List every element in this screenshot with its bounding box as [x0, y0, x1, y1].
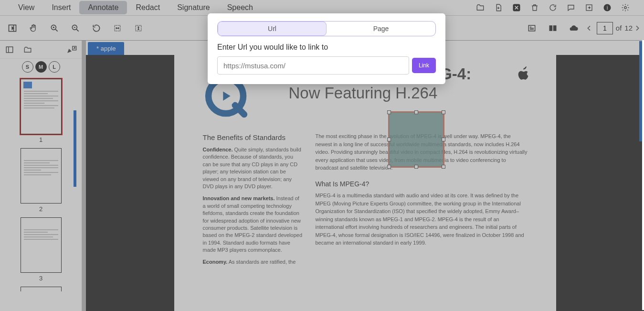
- para-lead: Confidence.: [203, 147, 233, 152]
- link-annotation-box[interactable]: [388, 111, 444, 168]
- resize-handle[interactable]: [442, 138, 445, 141]
- thumbnail-page-2[interactable]: [21, 148, 62, 204]
- menu-signature[interactable]: Signature: [169, 1, 219, 14]
- section-heading: What Is MPEG-4?: [316, 180, 528, 189]
- current-page-input[interactable]: [597, 22, 613, 34]
- svg-rect-13: [6, 47, 13, 53]
- hand-tool-icon[interactable]: [24, 19, 43, 38]
- svg-rect-11: [549, 25, 552, 31]
- panel-toggle-icon[interactable]: [3, 43, 16, 56]
- para-text: As standards are ratified, the: [227, 259, 296, 265]
- size-small[interactable]: S: [22, 61, 33, 73]
- export-icon[interactable]: [583, 1, 595, 14]
- doc-title-line2: Now Featuring H.264: [289, 84, 472, 103]
- sidebar-toggle-icon[interactable]: [3, 19, 22, 38]
- dual-page-icon[interactable]: [543, 19, 562, 38]
- page-indicator: of 12: [597, 22, 633, 34]
- pen-popout-icon[interactable]: [65, 43, 79, 56]
- page-content: QuickTime and MPEG-4: Now Featuring H.26…: [174, 55, 556, 311]
- total-pages: 12: [624, 24, 633, 32]
- resize-handle[interactable]: [442, 165, 445, 169]
- gear-icon[interactable]: [619, 1, 632, 14]
- para-text: Instead of a world of small competing te…: [203, 195, 303, 253]
- resize-handle[interactable]: [387, 110, 391, 114]
- link-type-segment: Url Page: [217, 21, 436, 36]
- size-large[interactable]: L: [49, 61, 60, 73]
- menu-speech[interactable]: Speech: [219, 1, 262, 14]
- apple-logo-icon: [514, 64, 529, 84]
- rotate-icon[interactable]: [87, 19, 106, 38]
- body-paragraph: MPEG-4 is a multimedia standard with aud…: [316, 192, 528, 247]
- resize-handle[interactable]: [414, 110, 418, 114]
- segment-url[interactable]: Url: [218, 21, 327, 36]
- fit-height-icon[interactable]: [129, 19, 148, 38]
- folder-tree-icon[interactable]: [21, 43, 34, 56]
- size-medium[interactable]: M: [35, 61, 47, 73]
- menu-redact[interactable]: Redact: [127, 1, 169, 14]
- info-icon[interactable]: i: [601, 1, 613, 14]
- open-folder-icon[interactable]: [474, 1, 486, 14]
- splitter[interactable]: [82, 41, 86, 311]
- dialog-label: Enter Url you would like to link to: [217, 43, 436, 52]
- para-text: Quite simply, standards build confidence…: [203, 147, 301, 189]
- menu-view[interactable]: View: [10, 1, 43, 14]
- resize-handle[interactable]: [414, 165, 418, 169]
- form-icon[interactable]: [522, 19, 541, 38]
- thumbnail-page-4[interactable]: [21, 287, 62, 291]
- resize-handle[interactable]: [387, 138, 391, 141]
- refresh-icon[interactable]: [547, 1, 559, 14]
- svg-rect-12: [553, 25, 557, 31]
- zoom-out-icon[interactable]: [66, 19, 85, 38]
- para-lead: Economy.: [203, 259, 228, 265]
- resize-handle[interactable]: [442, 110, 445, 114]
- prev-page-icon[interactable]: [584, 23, 594, 33]
- next-page-icon[interactable]: [633, 23, 642, 33]
- link-dialog: Url Page Enter Url you would like to lin…: [208, 13, 445, 84]
- url-input[interactable]: [217, 56, 409, 75]
- menu-annotate[interactable]: Annotate: [79, 1, 127, 14]
- file-add-icon[interactable]: [492, 1, 505, 14]
- thumb-label: 3: [39, 275, 42, 282]
- thumbnail-list[interactable]: 1 2 3: [0, 75, 82, 311]
- segment-page[interactable]: Page: [327, 21, 435, 36]
- thumbnail-size-selector: S M L: [0, 59, 82, 75]
- document-tab[interactable]: * apple: [88, 42, 124, 55]
- cloud-icon[interactable]: [564, 19, 583, 38]
- document-viewport[interactable]: QuickTime and MPEG-4: Now Featuring H.26…: [86, 55, 644, 311]
- thumbnail-page-3[interactable]: [21, 217, 62, 273]
- section-heading: The Benefits of Standards: [203, 132, 303, 142]
- menu-insert[interactable]: Insert: [43, 1, 79, 14]
- link-button[interactable]: Link: [412, 58, 436, 73]
- thumbnail-page-1[interactable]: [21, 79, 62, 134]
- thumb-label: 1: [39, 136, 42, 143]
- svg-point-4: [624, 7, 627, 9]
- close-icon[interactable]: [510, 1, 523, 14]
- page-sep: of: [616, 24, 622, 32]
- fit-width-icon[interactable]: [108, 19, 127, 38]
- sidebar: S M L 1 2 3: [0, 41, 82, 311]
- thumb-label: 2: [39, 205, 42, 213]
- para-lead: Innovation and new markets.: [203, 195, 275, 201]
- trash-icon[interactable]: [528, 1, 541, 14]
- zoom-in-icon[interactable]: [45, 19, 64, 38]
- resize-handle[interactable]: [387, 165, 391, 169]
- comment-icon[interactable]: [565, 1, 577, 14]
